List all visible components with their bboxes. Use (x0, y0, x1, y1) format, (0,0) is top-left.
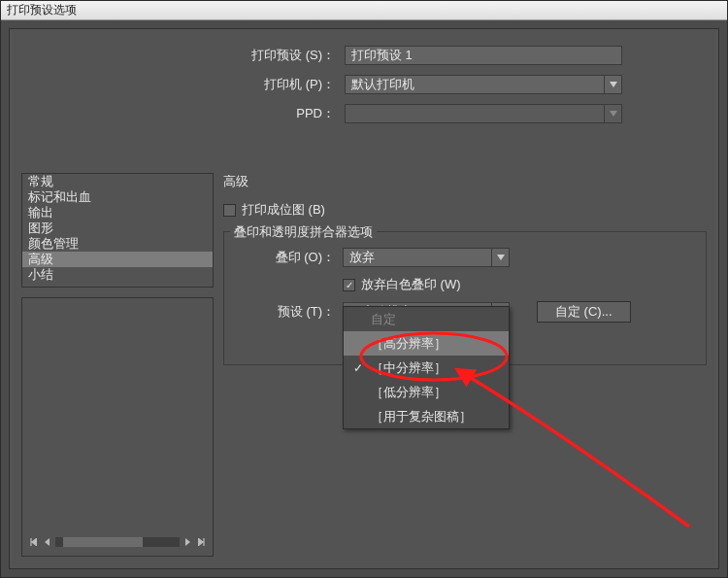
advanced-title: 高级 (223, 173, 707, 190)
dialog-panel: 打印预设 (S)： 打印机 (P)： 默认打印机 PPD： (9, 28, 719, 569)
custom-button-label: 自定 (C)... (555, 303, 612, 321)
prev-page-icon[interactable] (42, 537, 51, 547)
sidebar-item-graphics[interactable]: 图形 (22, 221, 213, 236)
check-icon: ✓ (353, 361, 363, 375)
dialog-inner: 打印预设 (S)： 打印机 (P)： 默认打印机 PPD： (1, 20, 727, 577)
dropdown-item-high-res[interactable]: ［高分辨率］ (344, 331, 509, 356)
category-listbox[interactable]: 常规 标记和出血 输出 图形 颜色管理 高级 小结 (21, 173, 214, 288)
flattener-preset-label: 预设 (T)： (234, 303, 335, 321)
dropdown-item-low-res[interactable]: ［低分辨率］ (344, 380, 509, 404)
chevron-down-icon (604, 76, 621, 93)
sidebar-item-output[interactable]: 输出 (22, 205, 213, 221)
discard-white-overprint-checkbox[interactable]: ✓ (343, 279, 355, 291)
preview-nav (28, 534, 207, 550)
flattener-legend: 叠印和透明度拼合器选项 (230, 223, 377, 241)
sidebar-item-advanced[interactable]: 高级 (22, 252, 213, 267)
print-as-bitmap-label: 打印成位图 (B) (242, 201, 325, 219)
preview-pane (21, 297, 214, 557)
flattener-group: 叠印和透明度拼合器选项 叠印 (O)： 放弃 ✓ 放弃白色叠印 (W) (223, 231, 707, 365)
printer-select-value: 默认打印机 (351, 76, 414, 93)
dropdown-item-medium-res[interactable]: ✓ ［中分辨率］ (344, 356, 509, 380)
custom-button[interactable]: 自定 (C)... (537, 301, 631, 323)
top-form: 打印预设 (S)： 打印机 (P)： 默认打印机 PPD： (21, 41, 707, 128)
dropdown-item-complex-art[interactable]: ［用于复杂图稿］ (344, 404, 509, 428)
last-page-icon[interactable] (197, 537, 207, 547)
window-title: 打印预设选项 (7, 2, 77, 18)
flattener-preset-dropdown[interactable]: 自定 ［高分辨率］ ✓ ［中分辨率］ ［低分辨率］ (343, 306, 510, 429)
overprint-label: 叠印 (O)： (234, 249, 335, 266)
dialog-window: 打印预设选项 打印预设 (S)： 打印机 (P)： 默认打印机 PPD： (0, 0, 728, 578)
printer-label: 打印机 (P)： (21, 76, 345, 93)
overprint-select[interactable]: 放弃 (343, 248, 510, 267)
dropdown-item-custom: 自定 (344, 307, 509, 331)
titlebar: 打印预设选项 (1, 1, 727, 20)
discard-white-overprint-label: 放弃白色叠印 (W) (361, 276, 461, 293)
sidebar-item-marks-bleed[interactable]: 标记和出血 (22, 189, 213, 205)
print-as-bitmap-checkbox[interactable] (223, 204, 236, 217)
next-page-icon[interactable] (183, 537, 193, 547)
chevron-down-icon (491, 249, 509, 266)
sidebar-item-summary[interactable]: 小结 (22, 267, 213, 283)
ppd-select (345, 104, 622, 123)
print-preset-input[interactable] (345, 46, 622, 65)
first-page-icon[interactable] (28, 537, 38, 547)
overprint-select-value: 放弃 (349, 249, 375, 266)
sidebar-item-general[interactable]: 常规 (22, 174, 213, 189)
scrubber-thumb[interactable] (63, 537, 143, 547)
advanced-pane: 高级 打印成位图 (B) 叠印和透明度拼合器选项 叠印 (O)： 放弃 (223, 173, 707, 557)
chevron-down-icon (604, 105, 621, 122)
page-scrubber[interactable] (55, 537, 180, 547)
print-preset-label: 打印预设 (S)： (21, 47, 345, 64)
sidebar-item-color-mgmt[interactable]: 颜色管理 (22, 236, 213, 252)
ppd-label: PPD： (21, 105, 345, 122)
printer-select[interactable]: 默认打印机 (345, 75, 622, 94)
